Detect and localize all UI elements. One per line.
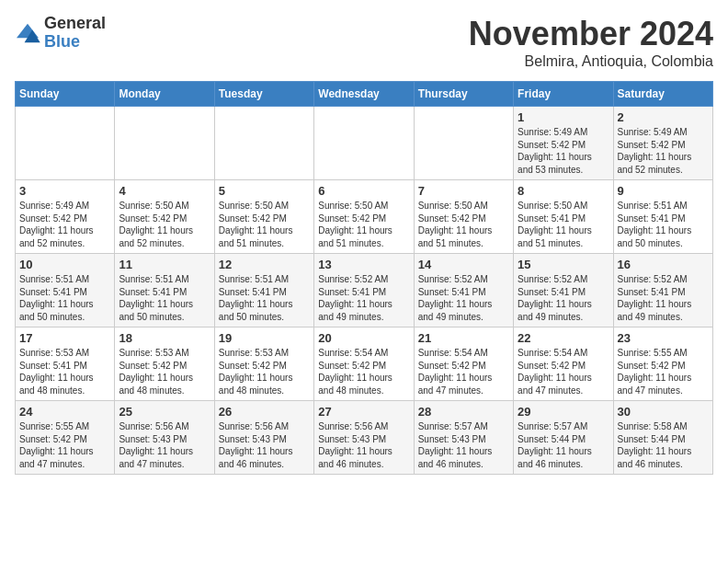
calendar-week-2: 3Sunrise: 5:49 AM Sunset: 5:42 PM Daylig…: [16, 180, 713, 254]
calendar-cell: 12Sunrise: 5:51 AM Sunset: 5:41 PM Dayli…: [214, 254, 313, 327]
calendar-cell: 16Sunrise: 5:52 AM Sunset: 5:41 PM Dayli…: [613, 254, 712, 327]
calendar-cell: 24Sunrise: 5:55 AM Sunset: 5:42 PM Dayli…: [16, 401, 115, 475]
day-info: Sunrise: 5:53 AM Sunset: 5:41 PM Dayligh…: [19, 347, 110, 396]
day-info: Sunrise: 5:51 AM Sunset: 5:41 PM Dayligh…: [119, 273, 210, 323]
calendar-cell: 5Sunrise: 5:50 AM Sunset: 5:42 PM Daylig…: [214, 180, 313, 254]
title-block: November 2024 Belmira, Antioquia, Colomb…: [469, 15, 713, 70]
day-info: Sunrise: 5:49 AM Sunset: 5:42 PM Dayligh…: [19, 200, 110, 249]
calendar-cell: 26Sunrise: 5:56 AM Sunset: 5:43 PM Dayli…: [214, 401, 313, 475]
day-info: Sunrise: 5:54 AM Sunset: 5:42 PM Dayligh…: [318, 347, 409, 396]
calendar-cell: 30Sunrise: 5:58 AM Sunset: 5:44 PM Dayli…: [613, 401, 712, 475]
calendar-cell: 6Sunrise: 5:50 AM Sunset: 5:42 PM Daylig…: [314, 180, 414, 254]
day-info: Sunrise: 5:49 AM Sunset: 5:42 PM Dayligh…: [518, 126, 609, 176]
calendar-cell: 19Sunrise: 5:53 AM Sunset: 5:42 PM Dayli…: [214, 327, 313, 401]
calendar-cell: [414, 107, 513, 180]
day-number: 8: [518, 184, 609, 198]
logo: General Blue: [15, 15, 106, 52]
day-info: Sunrise: 5:51 AM Sunset: 5:41 PM Dayligh…: [219, 273, 310, 323]
calendar-week-5: 24Sunrise: 5:55 AM Sunset: 5:42 PM Dayli…: [16, 401, 713, 475]
day-number: 22: [518, 331, 609, 345]
day-number: 2: [618, 110, 709, 124]
location-title: Belmira, Antioquia, Colombia: [469, 53, 713, 70]
calendar-week-3: 10Sunrise: 5:51 AM Sunset: 5:41 PM Dayli…: [16, 254, 713, 327]
day-number: 30: [618, 405, 709, 419]
day-info: Sunrise: 5:57 AM Sunset: 5:43 PM Dayligh…: [418, 420, 509, 470]
calendar-cell: 13Sunrise: 5:52 AM Sunset: 5:41 PM Dayli…: [314, 254, 414, 327]
day-number: 24: [19, 405, 110, 419]
calendar-cell: 27Sunrise: 5:56 AM Sunset: 5:43 PM Dayli…: [314, 401, 414, 475]
calendar-cell: 14Sunrise: 5:52 AM Sunset: 5:41 PM Dayli…: [414, 254, 513, 327]
calendar-cell: [115, 107, 214, 180]
day-number: 20: [318, 331, 409, 345]
calendar-cell: 15Sunrise: 5:52 AM Sunset: 5:41 PM Dayli…: [514, 254, 613, 327]
day-info: Sunrise: 5:49 AM Sunset: 5:42 PM Dayligh…: [618, 126, 709, 176]
day-number: 25: [119, 405, 210, 419]
calendar-cell: 11Sunrise: 5:51 AM Sunset: 5:41 PM Dayli…: [115, 254, 214, 327]
day-number: 7: [418, 184, 509, 198]
day-number: 5: [219, 184, 310, 198]
day-number: 29: [518, 405, 609, 419]
calendar-cell: 3Sunrise: 5:49 AM Sunset: 5:42 PM Daylig…: [16, 180, 115, 254]
logo-blue: Blue: [44, 32, 80, 51]
month-title: November 2024: [469, 15, 713, 53]
calendar-week-1: 1Sunrise: 5:49 AM Sunset: 5:42 PM Daylig…: [16, 107, 713, 180]
calendar-table: SundayMondayTuesdayWednesdayThursdayFrid…: [15, 81, 713, 475]
calendar-cell: [16, 107, 115, 180]
page-header: General Blue November 2024 Belmira, Anti…: [15, 15, 713, 70]
day-info: Sunrise: 5:55 AM Sunset: 5:42 PM Dayligh…: [19, 420, 110, 470]
calendar-body: 1Sunrise: 5:49 AM Sunset: 5:42 PM Daylig…: [16, 107, 713, 475]
weekday-header-sunday: Sunday: [16, 82, 115, 107]
calendar-cell: 18Sunrise: 5:53 AM Sunset: 5:42 PM Dayli…: [115, 327, 214, 401]
calendar-cell: 25Sunrise: 5:56 AM Sunset: 5:43 PM Dayli…: [115, 401, 214, 475]
logo-icon: [15, 22, 40, 44]
day-number: 11: [119, 258, 210, 271]
day-info: Sunrise: 5:54 AM Sunset: 5:42 PM Dayligh…: [518, 347, 609, 396]
calendar-cell: 10Sunrise: 5:51 AM Sunset: 5:41 PM Dayli…: [16, 254, 115, 327]
day-info: Sunrise: 5:55 AM Sunset: 5:42 PM Dayligh…: [618, 347, 709, 396]
day-number: 9: [618, 184, 709, 198]
calendar-week-4: 17Sunrise: 5:53 AM Sunset: 5:41 PM Dayli…: [16, 327, 713, 401]
day-info: Sunrise: 5:52 AM Sunset: 5:41 PM Dayligh…: [318, 273, 409, 323]
day-info: Sunrise: 5:53 AM Sunset: 5:42 PM Dayligh…: [219, 347, 310, 396]
day-number: 14: [418, 258, 509, 271]
calendar-cell: 9Sunrise: 5:51 AM Sunset: 5:41 PM Daylig…: [613, 180, 712, 254]
day-info: Sunrise: 5:56 AM Sunset: 5:43 PM Dayligh…: [219, 420, 310, 470]
calendar-cell: 29Sunrise: 5:57 AM Sunset: 5:44 PM Dayli…: [514, 401, 613, 475]
day-number: 12: [219, 258, 310, 271]
day-number: 6: [318, 184, 409, 198]
weekday-header-monday: Monday: [115, 82, 214, 107]
weekday-header-wednesday: Wednesday: [314, 82, 414, 107]
day-info: Sunrise: 5:52 AM Sunset: 5:41 PM Dayligh…: [618, 273, 709, 323]
day-info: Sunrise: 5:50 AM Sunset: 5:42 PM Dayligh…: [418, 200, 509, 249]
calendar-cell: 28Sunrise: 5:57 AM Sunset: 5:43 PM Dayli…: [414, 401, 513, 475]
calendar-cell: 17Sunrise: 5:53 AM Sunset: 5:41 PM Dayli…: [16, 327, 115, 401]
calendar-cell: [214, 107, 313, 180]
calendar-cell: 4Sunrise: 5:50 AM Sunset: 5:42 PM Daylig…: [115, 180, 214, 254]
day-number: 23: [618, 331, 709, 345]
day-number: 16: [618, 258, 709, 271]
day-info: Sunrise: 5:57 AM Sunset: 5:44 PM Dayligh…: [518, 420, 609, 470]
day-info: Sunrise: 5:51 AM Sunset: 5:41 PM Dayligh…: [618, 200, 709, 249]
day-info: Sunrise: 5:56 AM Sunset: 5:43 PM Dayligh…: [318, 420, 409, 470]
day-info: Sunrise: 5:58 AM Sunset: 5:44 PM Dayligh…: [618, 420, 709, 470]
day-number: 28: [418, 405, 509, 419]
day-info: Sunrise: 5:53 AM Sunset: 5:42 PM Dayligh…: [119, 347, 210, 396]
weekday-header-friday: Friday: [514, 82, 613, 107]
calendar-cell: 21Sunrise: 5:54 AM Sunset: 5:42 PM Dayli…: [414, 327, 513, 401]
day-number: 21: [418, 331, 509, 345]
calendar-cell: 20Sunrise: 5:54 AM Sunset: 5:42 PM Dayli…: [314, 327, 414, 401]
calendar-cell: [314, 107, 414, 180]
calendar-cell: 22Sunrise: 5:54 AM Sunset: 5:42 PM Dayli…: [514, 327, 613, 401]
calendar-cell: 1Sunrise: 5:49 AM Sunset: 5:42 PM Daylig…: [514, 107, 613, 180]
day-number: 17: [19, 331, 110, 345]
calendar-cell: 8Sunrise: 5:50 AM Sunset: 5:41 PM Daylig…: [514, 180, 613, 254]
day-info: Sunrise: 5:50 AM Sunset: 5:42 PM Dayligh…: [119, 200, 210, 249]
day-info: Sunrise: 5:50 AM Sunset: 5:42 PM Dayligh…: [219, 200, 310, 249]
day-number: 19: [219, 331, 310, 345]
weekday-header-saturday: Saturday: [613, 82, 712, 107]
calendar-cell: 2Sunrise: 5:49 AM Sunset: 5:42 PM Daylig…: [613, 107, 712, 180]
day-number: 1: [518, 110, 609, 124]
day-info: Sunrise: 5:50 AM Sunset: 5:41 PM Dayligh…: [518, 200, 609, 249]
weekday-header-row: SundayMondayTuesdayWednesdayThursdayFrid…: [16, 82, 713, 107]
calendar-cell: 23Sunrise: 5:55 AM Sunset: 5:42 PM Dayli…: [613, 327, 712, 401]
